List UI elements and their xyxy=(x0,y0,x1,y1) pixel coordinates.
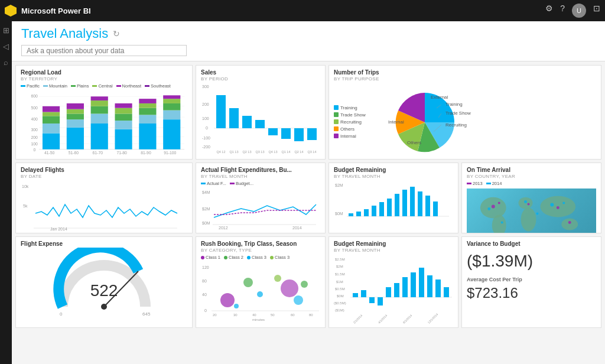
budget-big-chart: $2.5M $2M $1.5M $1M $0.5M $0M ($0.5M) ($… xyxy=(334,255,455,326)
svg-rect-32 xyxy=(115,108,132,114)
svg-text:30: 30 xyxy=(233,313,238,317)
actual-exp-subtitle: BY TRAVEL MONTH xyxy=(201,174,320,179)
svg-rect-99 xyxy=(364,209,369,216)
legend-recruiting: Recruiting xyxy=(334,119,375,125)
svg-text:0: 0 xyxy=(204,308,207,313)
window-controls[interactable]: ⊡ xyxy=(593,4,600,18)
svg-rect-28 xyxy=(91,96,108,100)
svg-text:$0M: $0M xyxy=(202,221,210,225)
svg-text:300: 300 xyxy=(202,84,209,89)
svg-point-138 xyxy=(257,291,263,297)
svg-point-123 xyxy=(568,221,571,224)
rush-booking-chart: 120 80 40 0 20 30 40 50 60 80 xyxy=(201,262,322,321)
svg-text:40: 40 xyxy=(252,313,256,317)
svg-text:Internal: Internal xyxy=(388,119,404,125)
svg-point-112 xyxy=(521,208,536,232)
svg-rect-162 xyxy=(369,297,375,303)
svg-point-136 xyxy=(220,293,235,307)
svg-text:80: 80 xyxy=(309,313,313,317)
svg-rect-38 xyxy=(139,99,156,103)
svg-point-141 xyxy=(301,281,308,288)
svg-rect-97 xyxy=(349,213,353,216)
svg-text:0: 0 xyxy=(206,126,208,130)
svg-rect-60 xyxy=(255,120,265,128)
svg-rect-29 xyxy=(115,129,132,150)
help-icon[interactable]: ? xyxy=(560,4,565,18)
trips-subtitle: BY TRIP PURPOSE xyxy=(334,76,596,82)
legend-northeast: Northeast xyxy=(116,83,142,89)
svg-rect-22 xyxy=(67,109,84,114)
svg-rect-39 xyxy=(163,119,180,150)
legend-others: Others xyxy=(334,126,375,132)
svg-text:200: 200 xyxy=(31,135,38,139)
svg-rect-23 xyxy=(67,103,84,109)
svg-text:0: 0 xyxy=(60,311,63,317)
svg-rect-63 xyxy=(294,128,304,141)
avatar[interactable]: U xyxy=(572,4,586,18)
settings-icon[interactable]: ⚙ xyxy=(545,4,553,18)
svg-text:$0M: $0M xyxy=(337,294,344,298)
sales-chart-svg: 300 200 100 0 -100 -200 Q4 12 Q1 13 xyxy=(201,83,319,154)
svg-text:Q4 13: Q4 13 xyxy=(269,150,278,154)
sidebar-home-icon[interactable]: ⊞ xyxy=(3,26,9,35)
search-input[interactable] xyxy=(21,45,187,56)
sidebar-back-icon[interactable]: ◁ xyxy=(3,42,9,51)
dashboard: Regional Load BY TERRITORY Pacific Mount… xyxy=(12,61,605,364)
legend-southeast: Southeast xyxy=(145,83,171,89)
variance-value: ($1.39M) xyxy=(467,252,596,271)
refresh-icon[interactable]: ↻ xyxy=(113,29,120,38)
svg-rect-15 xyxy=(43,124,60,134)
actual-exp-legend: Actual F... Budget... xyxy=(201,181,320,186)
legend-tradeshow: Trade Show xyxy=(334,112,375,118)
legend-plains: Plains xyxy=(71,83,89,89)
svg-text:50: 50 xyxy=(271,313,275,317)
regional-load-subtitle: BY TERRITORY xyxy=(21,76,187,82)
svg-text:Q1 14: Q1 14 xyxy=(282,150,291,154)
delayed-title: Delayed Flights xyxy=(21,167,187,173)
svg-rect-171 xyxy=(444,287,449,297)
svg-rect-108 xyxy=(433,202,438,216)
actual-expenditures-card: Actual Flight Expenditures, Bu... BY TRA… xyxy=(196,162,326,233)
budget-remaining-big-card: Budget Remaining BY TRAVEL MONTH $2.5M $… xyxy=(328,236,458,328)
budget-small-title: Budget Remaining xyxy=(334,167,453,173)
regional-load-title: Regional Load xyxy=(21,69,187,76)
on-time-subtitle: BY COUNTRY, YEAR xyxy=(467,174,596,179)
trips-pie-chart: Training Trade Show Recruiting Others In… xyxy=(378,82,472,160)
svg-text:($1M): ($1M) xyxy=(335,308,344,312)
svg-rect-100 xyxy=(372,206,376,216)
svg-point-116 xyxy=(487,207,490,210)
actual-exp-title: Actual Flight Expenditures, Bu... xyxy=(201,167,320,173)
svg-text:Jan 2014: Jan 2014 xyxy=(50,227,67,231)
budget-big-title: Budget Remaining xyxy=(334,240,453,247)
svg-rect-14 xyxy=(43,134,60,150)
svg-text:$1M: $1M xyxy=(336,280,343,284)
svg-text:500: 500 xyxy=(31,106,38,110)
svg-text:61-70: 61-70 xyxy=(93,151,103,155)
svg-rect-30 xyxy=(115,121,132,129)
svg-point-125 xyxy=(536,213,538,215)
svg-rect-102 xyxy=(387,199,392,216)
svg-text:100: 100 xyxy=(31,142,38,146)
svg-rect-17 xyxy=(43,112,60,116)
trips-card: Number of Trips BY TRIP PURPOSE Training… xyxy=(328,65,601,160)
svg-point-120 xyxy=(550,203,554,207)
svg-rect-36 xyxy=(139,108,156,115)
main-content: Travel Analysis ↻ Regional Load BY TERRI… xyxy=(12,21,605,364)
svg-point-118 xyxy=(524,200,527,203)
flight-expense-card: Flight Expense 0 645 522 xyxy=(15,236,193,328)
rush-booking-subtitle: BY CATEGORY, TYPE xyxy=(201,248,320,253)
page-header: Travel Analysis ↻ xyxy=(12,21,605,61)
svg-text:645: 645 xyxy=(142,311,151,317)
variance-title: Variance to Budget xyxy=(467,240,596,247)
on-time-legend: 2013 2014 xyxy=(467,181,596,186)
svg-rect-167 xyxy=(411,272,416,297)
svg-rect-37 xyxy=(139,103,156,108)
sidebar-search-icon[interactable]: ⌕ xyxy=(4,58,8,67)
svg-rect-35 xyxy=(139,115,156,124)
svg-text:80: 80 xyxy=(202,279,207,283)
svg-text:41-50: 41-50 xyxy=(44,151,55,155)
svg-text:-100: -100 xyxy=(202,136,210,140)
svg-text:5k: 5k xyxy=(23,204,28,208)
svg-point-143 xyxy=(294,295,303,305)
svg-rect-165 xyxy=(394,283,399,297)
